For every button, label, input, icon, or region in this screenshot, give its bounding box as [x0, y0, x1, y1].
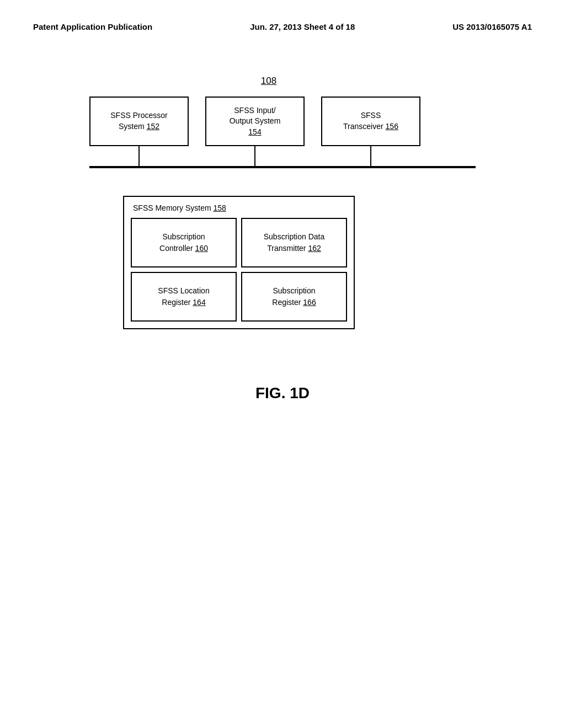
diagram-top-label: 108	[76, 76, 462, 87]
sfss-processor-system-label: SFSS ProcessorSystem 152	[110, 110, 167, 132]
header-right: US 2013/0165075 A1	[452, 22, 532, 31]
bus-line	[89, 166, 476, 168]
memory-system-title: SFSS Memory System 158	[131, 204, 347, 212]
stem-1	[138, 146, 140, 166]
subscription-data-transmitter-label: Subscription DataTransmitter 162	[264, 231, 325, 254]
subscription-controller-label: SubscriptionController 160	[159, 231, 208, 254]
memory-system-box: SFSS Memory System 158 SubscriptionContr…	[123, 196, 355, 329]
sfss-processor-system-box: SFSS ProcessorSystem 152	[89, 97, 189, 146]
page: Patent Application Publication Jun. 27, …	[0, 0, 565, 728]
subscription-controller-box: SubscriptionController 160	[131, 218, 237, 267]
sfss-location-register-label: SFSS LocationRegister 164	[158, 285, 209, 308]
stem-3	[370, 146, 371, 166]
subscription-register-label: SubscriptionRegister 166	[272, 285, 316, 308]
subscription-register-box: SubscriptionRegister 166	[241, 272, 347, 322]
sfss-io-system-label: SFSS Input/Output System154	[230, 105, 281, 138]
diagram-area: 108 SFSS ProcessorSystem 152 SFSS Input/…	[33, 76, 532, 329]
top-boxes-row: SFSS ProcessorSystem 152 SFSS Input/Outp…	[89, 97, 476, 146]
header-center: Jun. 27, 2013 Sheet 4 of 18	[250, 22, 355, 31]
figure-caption: FIG. 1D	[33, 384, 532, 402]
sfss-transceiver-box: SFSSTransceiver 156	[321, 97, 420, 146]
header-left: Patent Application Publication	[33, 22, 152, 31]
sfss-location-register-box: SFSS LocationRegister 164	[131, 272, 237, 322]
inner-grid: SubscriptionController 160 Subscription …	[131, 218, 347, 322]
sfss-io-system-box: SFSS Input/Output System154	[205, 97, 305, 146]
sfss-transceiver-label: SFSSTransceiver 156	[343, 110, 398, 132]
stems-area	[89, 146, 476, 166]
page-header: Patent Application Publication Jun. 27, …	[33, 22, 532, 31]
subscription-data-transmitter-box: Subscription DataTransmitter 162	[241, 218, 347, 267]
stem-2	[254, 146, 255, 166]
